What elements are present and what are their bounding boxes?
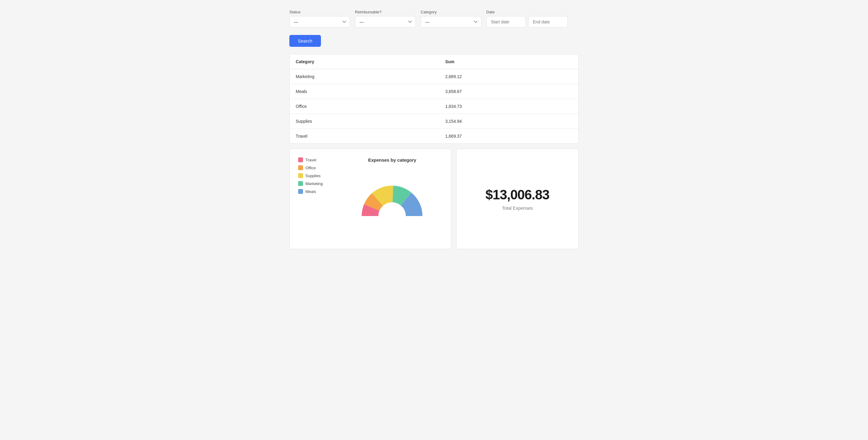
table-row: Supplies 3,154.94 xyxy=(290,114,578,129)
legend-label: Office xyxy=(305,166,316,170)
summary-table: Category Sum Marketing 2,689.12 Meals 3,… xyxy=(290,54,578,144)
category-filter-group: Category — Marketing Meals Office Suppli… xyxy=(421,10,482,28)
legend-item: Supplies xyxy=(298,173,335,178)
reimbursable-label: Reimbursable? xyxy=(355,10,416,14)
cell-sum: 1,834.73 xyxy=(439,99,578,114)
search-button[interactable]: Search xyxy=(289,35,321,47)
legend-label: Travel xyxy=(305,158,316,162)
table-row: Travel 1,669.37 xyxy=(290,129,578,144)
bottom-row: Travel Office Supplies Marketing Meals E… xyxy=(289,149,579,249)
legend-color xyxy=(298,165,303,170)
donut-center xyxy=(378,202,406,230)
cell-category: Travel xyxy=(290,129,439,144)
status-filter-group: Status — Pending Approved Rejected xyxy=(289,10,350,28)
status-label: Status xyxy=(289,10,350,14)
table-row: Marketing 2,689.12 xyxy=(290,69,578,84)
cell-sum: 1,669.37 xyxy=(439,129,578,144)
legend-item: Travel xyxy=(298,157,335,162)
col-header-sum: Sum xyxy=(439,54,578,69)
end-date-input[interactable] xyxy=(528,16,568,28)
total-card: $13,006.83 Total Expenses xyxy=(456,149,579,249)
cell-sum: 2,689.12 xyxy=(439,69,578,84)
chart-title: Expenses by category xyxy=(368,157,416,163)
legend-label: Meals xyxy=(305,189,316,194)
date-filter-group: Date xyxy=(486,10,568,28)
category-label: Category xyxy=(421,10,482,14)
cell-category: Marketing xyxy=(290,69,439,84)
legend-color xyxy=(298,189,303,194)
legend-color xyxy=(298,173,303,178)
status-select[interactable]: — Pending Approved Rejected xyxy=(289,16,350,28)
legend-color xyxy=(298,181,303,186)
chart-card: Travel Office Supplies Marketing Meals E… xyxy=(289,149,451,249)
total-label: Total Expenses xyxy=(502,206,533,211)
chart-area: Expenses by category xyxy=(342,157,442,240)
date-label: Date xyxy=(486,10,568,14)
col-header-category: Category xyxy=(290,54,439,69)
legend-label: Marketing xyxy=(305,181,323,186)
cell-category: Meals xyxy=(290,84,439,99)
chart-legend: Travel Office Supplies Marketing Meals xyxy=(298,157,335,194)
legend-color xyxy=(298,157,303,162)
date-inputs xyxy=(486,16,568,28)
reimbursable-filter-group: Reimbursable? — Yes No xyxy=(355,10,416,28)
legend-item: Marketing xyxy=(298,181,335,186)
summary-table-container: Category Sum Marketing 2,689.12 Meals 3,… xyxy=(289,54,579,144)
donut-chart xyxy=(355,167,429,240)
cell-category: Office xyxy=(290,99,439,114)
filters-row: Status — Pending Approved Rejected Reimb… xyxy=(289,10,579,28)
cell-sum: 3,658.67 xyxy=(439,84,578,99)
category-select[interactable]: — Marketing Meals Office Supplies Travel xyxy=(421,16,482,28)
total-amount: $13,006.83 xyxy=(485,187,549,202)
cell-category: Supplies xyxy=(290,114,439,129)
cell-sum: 3,154.94 xyxy=(439,114,578,129)
start-date-input[interactable] xyxy=(486,16,526,28)
table-row: Meals 3,658.67 xyxy=(290,84,578,99)
page-container: Status — Pending Approved Rejected Reimb… xyxy=(282,0,586,259)
legend-item: Office xyxy=(298,165,335,170)
legend-label: Supplies xyxy=(305,174,321,178)
table-row: Office 1,834.73 xyxy=(290,99,578,114)
legend-item: Meals xyxy=(298,189,335,194)
reimbursable-select[interactable]: — Yes No xyxy=(355,16,416,28)
